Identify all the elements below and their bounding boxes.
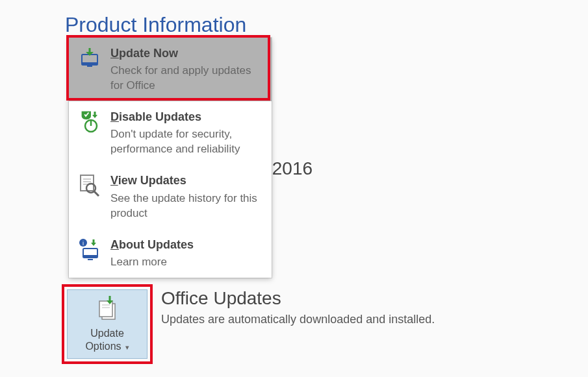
menu-item-title: Update Now xyxy=(110,45,262,61)
menu-item-desc: Check for and apply updates for Office xyxy=(110,64,262,93)
update-options-button[interactable]: Update Options ▾ xyxy=(67,289,147,359)
menu-item-desc: Don't update for security, performance a… xyxy=(110,127,262,157)
view-updates-icon xyxy=(77,173,103,199)
menu-item-disable-updates[interactable]: Disable Updates Don't update for securit… xyxy=(69,101,272,165)
menu-item-title: About Updates xyxy=(110,237,262,252)
svg-text:i: i xyxy=(83,240,84,247)
svg-line-10 xyxy=(94,191,99,196)
page-title: Product Information xyxy=(65,13,246,37)
update-now-icon xyxy=(77,45,103,71)
menu-item-view-updates[interactable]: View Updates See the update history for … xyxy=(69,165,272,228)
menu-item-update-now[interactable]: Update Now Check for and apply updates f… xyxy=(69,38,272,101)
update-options-menu: Update Now Check for and apply updates f… xyxy=(69,38,272,278)
update-options-icon xyxy=(94,296,120,323)
chevron-down-icon: ▾ xyxy=(123,343,129,351)
menu-item-desc: See the update history for this product xyxy=(110,191,262,221)
menu-item-title: View Updates xyxy=(110,173,262,188)
office-updates-subtitle: Updates are automatically downloaded and… xyxy=(161,313,435,326)
office-updates-section: Office Updates Updates are automatically… xyxy=(161,288,435,326)
svg-rect-14 xyxy=(83,255,97,258)
about-updates-icon: i xyxy=(77,237,103,263)
update-options-label: Update Options ▾ xyxy=(85,327,129,352)
menu-item-about-updates[interactable]: i About Updates Learn more xyxy=(69,229,272,278)
menu-item-desc: Learn more xyxy=(110,255,262,270)
disable-updates-icon xyxy=(77,109,103,135)
office-updates-title: Office Updates xyxy=(161,288,435,309)
menu-item-title: Disable Updates xyxy=(110,109,262,125)
svg-rect-1 xyxy=(82,62,97,65)
